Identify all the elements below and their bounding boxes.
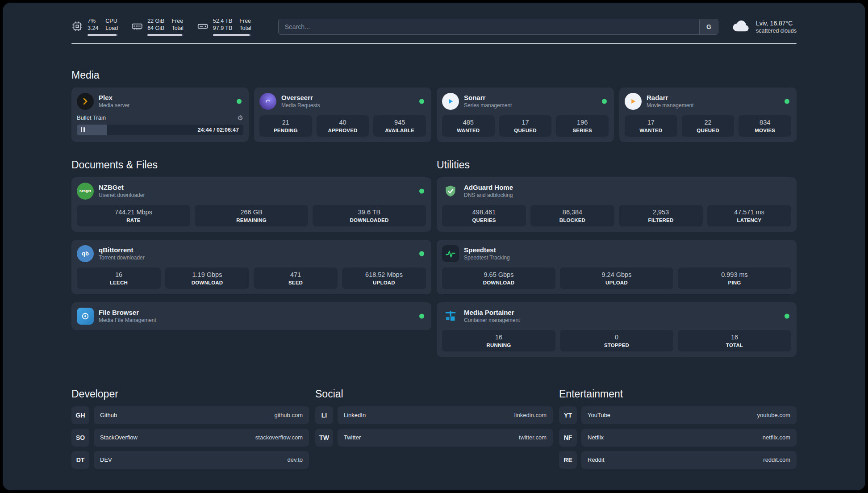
ram-free-value: 22 GiB <box>147 18 164 24</box>
disk-widget: 52.4 TB 97.9 TB Free Total <box>197 18 251 36</box>
cpu-percent: 7% <box>88 18 98 24</box>
disk-total-value: 97.9 TB <box>213 25 233 31</box>
disk-bar <box>213 34 251 36</box>
app-name: Radarr <box>647 94 693 101</box>
bookmark-abbr[interactable]: RE <box>559 451 577 469</box>
bookmark-row: DT DEV dev.to <box>71 451 309 469</box>
stat-tile: 471 SEED <box>254 267 338 289</box>
app-card-filebrowser[interactable]: File Browser Media File Management <box>71 302 431 330</box>
radarr-icon <box>625 93 642 110</box>
plex-now-playing: Bullet Train ⚙ 24:44 / 02:06:47 <box>77 114 243 135</box>
plex-icon <box>77 93 94 110</box>
bookmarks-social: Social LI LinkedIn linkedin.com TW Twitt… <box>315 388 553 469</box>
portainer-icon <box>442 308 459 325</box>
app-card-overseerr[interactable]: Overseerr Media Requests 21 PENDING 40 A… <box>254 88 431 142</box>
cpu-bar <box>88 34 118 36</box>
media-grid: Plex Media server Bullet Train ⚙ 24:44 /… <box>71 88 797 142</box>
ram-stats: 22 GiB 64 GiB Free Total <box>147 18 184 36</box>
bookmark-link[interactable]: LinkedIn linkedin.com <box>338 406 553 424</box>
app-card-nzbget[interactable]: nzbget NZBGet Usenet downloader 744.21 M… <box>71 177 431 232</box>
topbar: 7% 3.24 CPU Load <box>71 18 797 36</box>
cpu-stats: 7% 3.24 CPU Load <box>88 18 118 36</box>
app-subtitle: Movie management <box>647 102 693 109</box>
search-input[interactable] <box>279 19 699 34</box>
ram-widget: 22 GiB 64 GiB Free Total <box>131 18 184 36</box>
app-subtitle: Torrent downloader <box>99 255 145 261</box>
app-card-adguard[interactable]: AdGuard Home DNS and adblocking 498,461 … <box>437 177 797 232</box>
app-card-radarr[interactable]: Radarr Movie management 17 WANTED 22 QUE… <box>619 88 797 142</box>
bookmark-abbr[interactable]: NF <box>559 429 577 447</box>
seek-bar[interactable]: 24:44 / 02:06:47 <box>77 125 243 135</box>
ram-icon <box>131 21 143 34</box>
disk-free-label: Free <box>239 18 251 24</box>
bookmarks-entertainment: Entertainment YT YouTube youtube.com NF … <box>559 388 797 469</box>
bookmark-abbr[interactable]: DT <box>71 451 89 469</box>
status-dot <box>419 188 424 193</box>
bookmark-link[interactable]: Github github.com <box>94 406 309 424</box>
stat-tile: 1.19 Gbps DOWNLOAD <box>165 267 249 289</box>
bookmark-abbr[interactable]: YT <box>559 406 577 424</box>
bookmark-abbr[interactable]: SO <box>71 429 89 447</box>
app-subtitle: Media File Management <box>99 317 156 323</box>
stat-tile: 618.52 Mbps UPLOAD <box>342 267 426 289</box>
stat-tile: 0.993 ms PING <box>678 267 791 289</box>
search-engine-button[interactable]: G <box>699 19 718 34</box>
bookmark-abbr[interactable]: LI <box>315 406 333 424</box>
app-card-portainer[interactable]: Media Portainer Container management 16 … <box>437 302 797 357</box>
bookmark-link[interactable]: YouTube youtube.com <box>581 406 797 424</box>
app-subtitle: Usenet downloader <box>99 192 145 198</box>
cpu-widget: 7% 3.24 CPU Load <box>71 18 118 36</box>
bookmark-row: RE Reddit reddit.com <box>559 451 797 469</box>
gear-icon[interactable]: ⚙ <box>238 114 243 121</box>
bookmark-link[interactable]: Netflix netflix.com <box>581 429 797 447</box>
documents-column: Documents & Files nzbget NZBGet Usenet d… <box>71 159 431 357</box>
stat-tile: 22 QUEUED <box>682 115 734 137</box>
cpu-load-value: 3.24 <box>88 25 98 31</box>
weather-widget: Lviv, 16.87°C scattered clouds <box>732 19 797 35</box>
stat-tile: 196 SERIES <box>556 115 609 137</box>
app-card-plex[interactable]: Plex Media server Bullet Train ⚙ 24:44 /… <box>71 88 249 142</box>
bookmark-row: GH Github github.com <box>71 406 309 424</box>
filebrowser-icon <box>77 308 94 325</box>
status-dot <box>419 99 424 104</box>
app-card-qbittorrent[interactable]: qb qBittorrent Torrent downloader 16 LEE… <box>71 240 431 294</box>
cloud-icon <box>732 19 751 35</box>
stat-tile: 0 STOPPED <box>560 330 673 351</box>
pause-button[interactable] <box>81 127 85 132</box>
app-card-speedtest[interactable]: Speedtest Speedtest Tracking 9.65 Gbps D… <box>437 240 797 294</box>
app-name: Overseerr <box>281 94 320 101</box>
adguard-icon <box>442 183 459 200</box>
bookmark-link[interactable]: Twitter twitter.com <box>338 429 553 447</box>
stat-tile: 744.21 Mbps RATE <box>77 205 190 226</box>
section-title-entertainment: Entertainment <box>559 388 797 400</box>
bookmark-link[interactable]: StackOverflow stackoverflow.com <box>94 429 309 447</box>
stat-tile: 9.24 Gbps UPLOAD <box>560 267 673 289</box>
section-title-utilities: Utilities <box>437 159 797 171</box>
ram-total-label: Total <box>171 25 183 31</box>
bookmark-link[interactable]: DEV dev.to <box>94 451 309 469</box>
app-subtitle: DNS and adblocking <box>464 192 513 198</box>
bookmark-link[interactable]: Reddit reddit.com <box>581 451 797 469</box>
stat-tile: 39.6 TB DOWNLOADED <box>313 205 426 226</box>
stat-tile: 2,953 FILTERED <box>619 205 703 226</box>
status-dot <box>419 313 424 318</box>
bookmarks-developer: Developer GH Github github.com SO StackO… <box>71 388 309 469</box>
bookmark-row: LI LinkedIn linkedin.com <box>315 406 553 424</box>
status-dot <box>785 99 789 104</box>
track-title: Bullet Train <box>77 114 106 121</box>
app-subtitle: Media server <box>99 102 129 109</box>
app-subtitle: Speedtest Tracking <box>464 255 510 261</box>
status-dot <box>419 251 424 256</box>
stat-tile: 834 MOVIES <box>739 115 791 137</box>
ram-free-label: Free <box>171 18 183 24</box>
ram-total-value: 64 GiB <box>147 25 164 31</box>
stat-tile: 16 LEECH <box>77 267 161 289</box>
stat-tile: 266 GB REMAINING <box>195 205 308 226</box>
dashboard: 7% 3.24 CPU Load <box>3 3 865 490</box>
app-card-sonarr[interactable]: Sonarr Series management 485 WANTED 17 Q… <box>437 88 614 142</box>
bookmark-abbr[interactable]: GH <box>71 406 89 424</box>
cpu-icon <box>71 21 83 34</box>
sonarr-icon <box>442 93 459 110</box>
bookmark-abbr[interactable]: TW <box>315 429 333 447</box>
app-name: AdGuard Home <box>464 184 513 191</box>
